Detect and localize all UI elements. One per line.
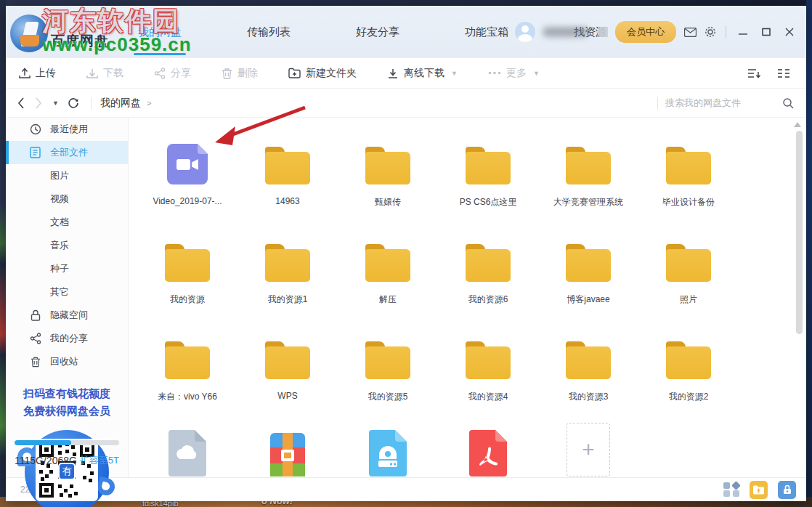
file-label: 我的资源2 (669, 391, 709, 403)
file-list-area: Video_2019-07-...14963甄嬛传PS CS6点这里大学竞赛管理… (129, 118, 806, 477)
file-item[interactable]: 我的资源 (137, 234, 237, 331)
back-button[interactable] (17, 97, 25, 109)
share-button[interactable]: 分享 (154, 67, 191, 80)
baidu-netdisk-window: 百度网盘 我的网盘传输列表好友分享功能宝箱找资源 会员中心 (6, 6, 806, 501)
refresh-button[interactable] (68, 97, 79, 109)
download-button[interactable]: 下载 (86, 67, 123, 80)
scrollbar-thumb[interactable] (796, 131, 803, 334)
offline-download-button[interactable]: 离线下载▼ (387, 67, 458, 80)
new-folder-icon (288, 68, 301, 78)
file-item[interactable]: Video_2019-07-... (137, 137, 237, 234)
avatar[interactable] (515, 22, 535, 42)
tab-toolbox[interactable]: 功能宝箱 (455, 6, 519, 58)
file-item[interactable]: 我的资源4 (438, 331, 538, 429)
file-item[interactable]: 毕业设计备份 (638, 137, 739, 234)
vip-center-button[interactable]: 会员中心 (615, 21, 676, 43)
sidebar-item-documents[interactable]: 文档 (6, 211, 128, 234)
file-item[interactable]: WPS (237, 331, 338, 429)
file-item[interactable]: 来自：vivo Y66 (137, 331, 237, 429)
folder-icon (265, 147, 310, 184)
lock-space-icon[interactable] (778, 481, 796, 499)
toolbar-view-controls (748, 67, 806, 80)
file-item[interactable] (137, 429, 237, 477)
sort-icon[interactable] (748, 67, 761, 80)
folder-icon (365, 244, 410, 282)
sidebar-item-recycle-bin[interactable]: 回收站 (6, 350, 128, 373)
backup-folder-icon[interactable] (750, 481, 768, 499)
sidebar-item-torrents[interactable]: 种子 (6, 257, 128, 280)
storage-progress-fill (15, 440, 71, 445)
list-view-icon[interactable] (777, 67, 790, 80)
file-item[interactable]: 我的资源1 (237, 234, 338, 331)
rar-file-icon (270, 433, 305, 476)
scrollbar-up-arrow[interactable] (794, 122, 801, 127)
file-item[interactable] (338, 429, 438, 477)
upload-button[interactable]: 上传 (19, 67, 56, 80)
folder-icon (566, 341, 611, 379)
tab-transfer-list[interactable]: 传输列表 (237, 6, 301, 58)
add-file-placeholder: + (567, 423, 610, 476)
file-item[interactable]: 照片 (638, 234, 739, 331)
sidebar-item-music[interactable]: 音乐 (6, 234, 128, 257)
breadcrumb-arrow: > (147, 99, 151, 108)
folder-icon (265, 341, 310, 379)
file-item[interactable]: 甄嬛传 (338, 137, 438, 234)
file-item[interactable]: PS CS6点这里 (438, 137, 538, 234)
sidebar-item-hidden-space[interactable]: 隐藏空间 (6, 304, 128, 327)
file-item[interactable] (438, 429, 538, 477)
folder-icon (566, 147, 611, 184)
search-divider (657, 97, 658, 110)
qr-center-logo: 有 (58, 463, 76, 480)
clock-icon (29, 123, 41, 136)
forward-button[interactable] (35, 97, 42, 109)
tab-my-drive[interactable]: 我的网盘 (128, 6, 192, 58)
file-label: 我的资源5 (368, 391, 408, 403)
file-item[interactable]: 我的资源5 (338, 331, 438, 429)
search-input[interactable] (665, 97, 774, 108)
cloud-file-icon (169, 430, 206, 476)
file-label: 我的资源3 (569, 391, 609, 403)
file-label: 照片 (680, 293, 697, 306)
folder-icon (666, 244, 711, 282)
sidebar-item-others[interactable]: 其它 (6, 280, 128, 304)
trash-icon (29, 356, 41, 368)
file-item[interactable]: 我的资源3 (538, 331, 638, 429)
history-dropdown-icon[interactable]: ▼ (52, 100, 59, 107)
expand-storage-link[interactable]: 扩容至5T (80, 454, 119, 467)
breadcrumb[interactable]: 我的网盘 (100, 97, 141, 110)
file-item[interactable]: 解压 (338, 234, 438, 331)
search-icon[interactable] (781, 97, 795, 110)
sidebar-item-videos[interactable]: 视频 (6, 187, 128, 211)
file-item[interactable]: 我的资源2 (638, 331, 739, 429)
file-label: 我的资源 (170, 293, 205, 306)
sidebar-item-my-shares[interactable]: 我的分享 (6, 327, 128, 350)
sidebar-item-recent[interactable]: 最近使用 (6, 118, 128, 141)
apps-grid-icon[interactable] (723, 482, 739, 498)
desktop-edge-right (806, 0, 812, 507)
minimize-button[interactable] (735, 24, 751, 40)
file-item[interactable]: 大学竞赛管理系统 (538, 137, 638, 234)
sidebar-item-all-files[interactable]: 全部文件 (6, 141, 128, 164)
more-button[interactable]: 更多▼ (488, 67, 540, 80)
tab-friend-share[interactable]: 好友分享 (346, 6, 410, 58)
desktop-edge-top (0, 0, 812, 6)
add-file-button[interactable]: + (538, 429, 638, 477)
folder-icon (165, 244, 210, 282)
sidebar-item-pictures[interactable]: 图片 (6, 164, 128, 187)
folder-icon (466, 341, 511, 379)
file-item[interactable]: 博客javaee (538, 234, 638, 331)
upload-icon (19, 68, 31, 79)
disk-file-icon (369, 430, 407, 476)
close-button[interactable] (781, 24, 797, 40)
mail-icon[interactable] (683, 25, 697, 38)
download-icon (86, 68, 98, 79)
maximize-button[interactable] (758, 24, 774, 40)
file-label: 来自：vivo Y66 (158, 391, 217, 403)
file-label: PS CS6点这里 (460, 196, 517, 208)
new-folder-button[interactable]: 新建文件夹 (288, 67, 357, 80)
delete-button[interactable]: 删除 (222, 67, 258, 80)
file-item[interactable]: 我的资源6 (438, 234, 538, 331)
gear-icon[interactable] (704, 25, 717, 38)
file-item[interactable] (237, 429, 338, 477)
file-item[interactable]: 14963 (237, 137, 338, 234)
